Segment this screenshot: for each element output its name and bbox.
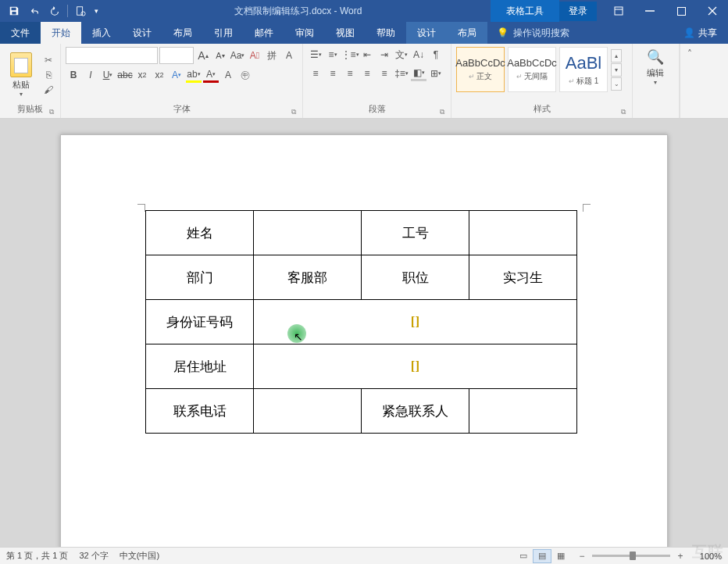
cell-phone-label[interactable]: 联系电话: [146, 389, 254, 434]
word-count[interactable]: 32 个字: [79, 550, 108, 562]
cell-phone-value[interactable]: [254, 389, 362, 434]
cell-position-label[interactable]: 职位: [362, 255, 469, 300]
tab-table-design[interactable]: 设计: [406, 22, 447, 44]
distributed-icon[interactable]: ≡: [376, 66, 392, 81]
bullets-icon[interactable]: ☰▾: [308, 47, 323, 62]
cell-dept-value[interactable]: 客服部: [254, 255, 362, 300]
change-case-icon[interactable]: Aa▾: [230, 48, 245, 63]
page-indicator[interactable]: 第 1 页，共 1 页: [6, 550, 68, 562]
copy-icon[interactable]: ⎘: [41, 69, 55, 81]
char-border-icon[interactable]: A: [281, 48, 297, 63]
align-center-icon[interactable]: ≡: [325, 66, 341, 81]
qat-customize-icon[interactable]: ▾: [91, 2, 101, 20]
style-nospacing[interactable]: AaBbCcDc 无间隔: [508, 47, 556, 92]
styles-dialog-icon[interactable]: ⧉: [621, 108, 629, 116]
font-name-input[interactable]: [66, 47, 158, 64]
font-dialog-icon[interactable]: ⧉: [291, 108, 299, 116]
style-normal[interactable]: AaBbCcDc 正文: [456, 47, 505, 92]
share-button[interactable]: 👤 共享: [673, 22, 728, 44]
tab-design[interactable]: 设计: [122, 22, 162, 44]
print-preview-icon[interactable]: [71, 2, 90, 20]
save-icon[interactable]: [5, 2, 23, 20]
cell-idcard-label[interactable]: 身份证号码: [146, 300, 254, 344]
login-button[interactable]: 登录: [559, 2, 597, 21]
decrease-indent-icon[interactable]: ⇤: [359, 47, 375, 62]
paste-button[interactable]: 粘贴 ▾: [5, 47, 37, 103]
collapse-ribbon-icon[interactable]: ˄: [680, 44, 698, 118]
cell-address-label[interactable]: 居住地址: [146, 344, 254, 389]
strikethrough-icon[interactable]: abc: [117, 67, 133, 83]
cell-position-value[interactable]: 实习生: [469, 255, 577, 300]
cut-icon[interactable]: ✂: [41, 54, 55, 66]
borders-icon[interactable]: ⊞▾: [428, 66, 444, 81]
cell-idcard-value[interactable]: []: [254, 300, 577, 344]
language-indicator[interactable]: 中文(中国): [120, 550, 159, 562]
underline-icon[interactable]: U▾: [100, 67, 116, 83]
enclose-char-icon[interactable]: ㊥: [237, 67, 253, 83]
document-area[interactable]: 姓名 工号 部门 客服部 职位 实习生 身份证号码 [] 居住地址 [] 联系电…: [0, 119, 728, 547]
highlight-icon[interactable]: ab▾: [186, 67, 202, 83]
bold-icon[interactable]: B: [66, 67, 81, 83]
multilevel-icon[interactable]: ⋮≡▾: [342, 47, 358, 62]
clear-format-icon[interactable]: A⃠: [247, 48, 262, 63]
cell-name-label[interactable]: 姓名: [146, 211, 254, 255]
zoom-slider[interactable]: [592, 555, 670, 557]
subscript-icon[interactable]: x2: [134, 67, 150, 83]
text-effects-icon[interactable]: A▾: [169, 67, 184, 83]
tab-references[interactable]: 引用: [203, 22, 244, 44]
cell-workid-value[interactable]: [469, 211, 577, 255]
paragraph-dialog-icon[interactable]: ⧉: [440, 108, 448, 116]
zoom-thumb[interactable]: [630, 552, 636, 560]
editing-button[interactable]: 🔍 编辑 ▾: [637, 47, 673, 87]
redo-icon[interactable]: [45, 2, 64, 20]
superscript-icon[interactable]: x2: [152, 67, 167, 83]
zoom-level[interactable]: 100%: [691, 552, 722, 561]
font-color-icon[interactable]: A▾: [203, 67, 219, 83]
increase-indent-icon[interactable]: ⇥: [376, 47, 392, 62]
cell-name-value[interactable]: [254, 211, 362, 255]
cell-address-value[interactable]: []: [254, 344, 577, 389]
tell-me-search[interactable]: 💡 操作说明搜索: [487, 22, 579, 44]
format-painter-icon[interactable]: 🖌: [41, 84, 55, 96]
maximize-icon[interactable]: [666, 0, 697, 22]
sort-icon[interactable]: A↓: [411, 47, 426, 62]
phonetic-guide-icon[interactable]: 拼: [264, 48, 280, 63]
tab-layout[interactable]: 布局: [162, 22, 203, 44]
align-right-icon[interactable]: ≡: [342, 66, 358, 81]
cell-emergency-label[interactable]: 紧急联系人: [362, 389, 469, 434]
cell-dept-label[interactable]: 部门: [146, 255, 254, 300]
tab-insert[interactable]: 插入: [81, 22, 122, 44]
zoom-in-icon[interactable]: +: [675, 551, 686, 562]
tab-home[interactable]: 开始: [41, 22, 81, 44]
undo-icon[interactable]: [25, 2, 44, 20]
cell-emergency-value[interactable]: [469, 389, 577, 434]
asian-layout-icon[interactable]: 文▾: [394, 47, 409, 62]
shrink-font-icon[interactable]: A▾: [212, 48, 228, 63]
styles-up-icon[interactable]: ▴: [611, 49, 622, 62]
clipboard-dialog-icon[interactable]: ⧉: [49, 108, 57, 116]
ribbon-display-icon[interactable]: [603, 0, 634, 22]
close-icon[interactable]: [697, 0, 728, 22]
minimize-icon[interactable]: [634, 0, 666, 22]
font-size-input[interactable]: [159, 47, 194, 64]
numbering-icon[interactable]: ≡▾: [325, 47, 341, 62]
read-mode-icon[interactable]: ▭: [514, 549, 533, 563]
tab-help[interactable]: 帮助: [366, 22, 406, 44]
style-heading1[interactable]: AaBl 标题 1: [559, 47, 608, 92]
italic-icon[interactable]: I: [83, 67, 98, 83]
show-marks-icon[interactable]: ¶: [428, 47, 444, 62]
zoom-out-icon[interactable]: −: [576, 551, 587, 562]
web-layout-icon[interactable]: ▦: [551, 549, 570, 563]
form-table[interactable]: 姓名 工号 部门 客服部 职位 实习生 身份证号码 [] 居住地址 [] 联系电…: [145, 210, 577, 434]
grow-font-icon[interactable]: A▴: [195, 48, 211, 63]
line-spacing-icon[interactable]: ‡≡▾: [394, 66, 409, 81]
shading-icon[interactable]: ◧▾: [411, 66, 426, 81]
tab-review[interactable]: 审阅: [284, 22, 325, 44]
print-layout-icon[interactable]: ▤: [533, 549, 551, 563]
cell-workid-label[interactable]: 工号: [362, 211, 469, 255]
justify-icon[interactable]: ≡: [359, 66, 375, 81]
tab-table-layout[interactable]: 布局: [447, 22, 487, 44]
align-left-icon[interactable]: ≡: [308, 66, 323, 81]
styles-down-icon[interactable]: ▾: [611, 63, 622, 77]
tab-view[interactable]: 视图: [325, 22, 366, 44]
